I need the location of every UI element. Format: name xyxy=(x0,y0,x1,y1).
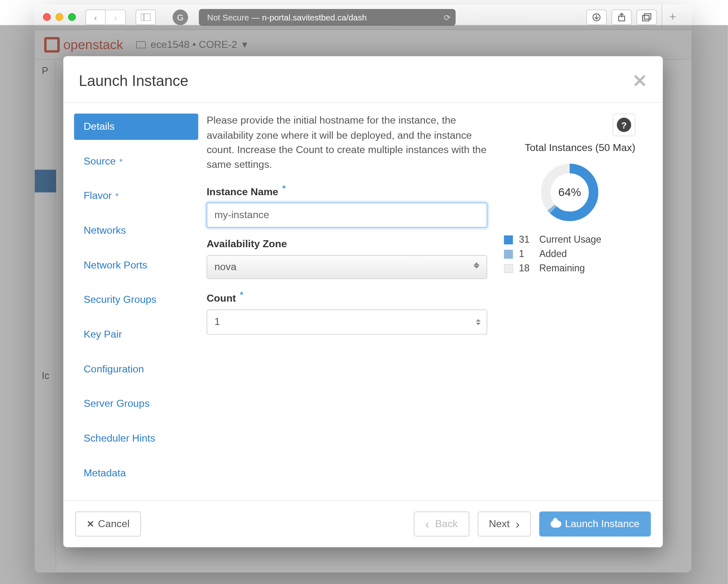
svg-rect-4 xyxy=(643,15,649,20)
count-label: Count * xyxy=(207,290,487,304)
instance-name-input[interactable] xyxy=(207,203,487,228)
forward-button[interactable]: › xyxy=(106,9,126,25)
x-icon: ✕ xyxy=(87,519,94,529)
spinner-arrows-icon[interactable] xyxy=(476,319,481,325)
count-input[interactable]: 1 xyxy=(207,309,487,334)
modal-header: Launch Instance ✕ xyxy=(63,56,663,103)
url-text: n-portal.savitestbed.ca/dash xyxy=(262,12,367,22)
nav-metadata[interactable]: Metadata xyxy=(74,460,198,486)
close-window-icon[interactable] xyxy=(43,13,51,21)
required-star-icon: * xyxy=(240,290,243,299)
availability-zone-label: Availability Zone xyxy=(207,239,487,250)
form-area: Please provide the initial hostname for … xyxy=(207,103,663,500)
address-bar[interactable]: Not Secure — n-portal.savitestbed.ca/das… xyxy=(199,9,456,25)
cancel-button[interactable]: ✕ Cancel xyxy=(75,512,141,537)
nav-key-pair[interactable]: Key Pair xyxy=(74,321,198,347)
window-controls xyxy=(43,13,76,21)
required-star-icon: * xyxy=(282,183,285,193)
nav-server-groups[interactable]: Server Groups xyxy=(74,391,198,417)
swatch-remaining-icon xyxy=(504,264,513,273)
downloads-icon[interactable] xyxy=(586,9,607,25)
svg-rect-5 xyxy=(644,14,651,19)
description-text: Please provide the initial hostname for … xyxy=(207,113,487,172)
legend-current: 31 Current Usage xyxy=(504,234,635,245)
svg-rect-0 xyxy=(141,14,151,21)
required-star-icon: * xyxy=(119,157,123,166)
required-star-icon: * xyxy=(115,191,119,201)
quota-column: ? Total Instances (50 Max) 64% xyxy=(504,113,635,489)
launch-instance-modal: Launch Instance ✕ Details Source* Flavor… xyxy=(63,56,663,547)
tabs-icon[interactable] xyxy=(636,9,657,25)
minimize-window-icon[interactable] xyxy=(56,13,63,21)
site-settings-icon[interactable]: G xyxy=(173,9,188,25)
nav-scheduler-hints[interactable]: Scheduler Hints xyxy=(74,426,198,452)
nav-networks[interactable]: Networks xyxy=(74,217,198,244)
quota-donut-chart: 64% xyxy=(504,162,635,222)
sidebar-toggle-icon[interactable] xyxy=(135,9,156,25)
quota-percent: 64% xyxy=(558,186,581,199)
cloud-upload-icon xyxy=(550,521,561,528)
launch-instance-button[interactable]: Launch Instance xyxy=(539,512,651,537)
next-button[interactable]: Next xyxy=(477,512,531,537)
nav-network-ports[interactable]: Network Ports xyxy=(74,252,198,278)
modal-title: Launch Instance xyxy=(79,72,189,90)
nav-security-groups[interactable]: Security Groups xyxy=(74,287,198,313)
form-column: Please provide the initial hostname for … xyxy=(207,113,487,489)
back-button[interactable]: Back xyxy=(414,512,469,537)
nav-flavor[interactable]: Flavor* xyxy=(74,183,198,209)
count-value: 1 xyxy=(214,316,220,328)
nav-details[interactable]: Details xyxy=(74,113,198,140)
modal-body: Details Source* Flavor* Networks Network… xyxy=(63,103,663,500)
security-status: Not Secure — xyxy=(207,12,260,22)
instance-name-label: Instance Name * xyxy=(207,183,487,198)
quota-title: Total Instances (50 Max) xyxy=(504,142,635,154)
refresh-icon[interactable]: ⟳ xyxy=(444,12,451,22)
help-icon: ? xyxy=(617,118,631,132)
availability-zone-select[interactable]: nova xyxy=(207,255,487,279)
nav-configuration[interactable]: Configuration xyxy=(74,356,198,382)
wizard-nav: Details Source* Flavor* Networks Network… xyxy=(63,103,207,500)
nav-source[interactable]: Source* xyxy=(74,148,198,174)
swatch-current-icon xyxy=(504,235,513,244)
modal-footer: ✕ Cancel Back Next Launch Instance xyxy=(63,500,663,547)
quota-legend: 31 Current Usage 1 Added 18 Remaining xyxy=(504,234,635,273)
legend-added: 1 Added xyxy=(504,248,635,259)
back-button[interactable]: ‹ xyxy=(85,9,106,25)
maximize-window-icon[interactable] xyxy=(68,13,76,21)
close-icon[interactable]: ✕ xyxy=(632,70,647,91)
swatch-added-icon xyxy=(504,250,513,259)
availability-zone-value: nova xyxy=(214,261,236,273)
legend-remaining: 18 Remaining xyxy=(504,263,635,273)
help-button[interactable]: ? xyxy=(613,113,635,136)
share-icon[interactable] xyxy=(611,9,632,25)
